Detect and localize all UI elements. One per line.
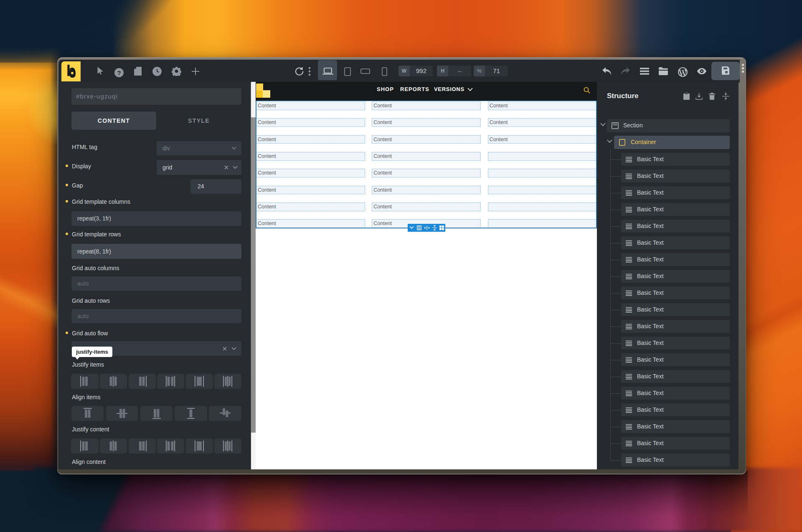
svg-text:?: ? [117,69,121,76]
